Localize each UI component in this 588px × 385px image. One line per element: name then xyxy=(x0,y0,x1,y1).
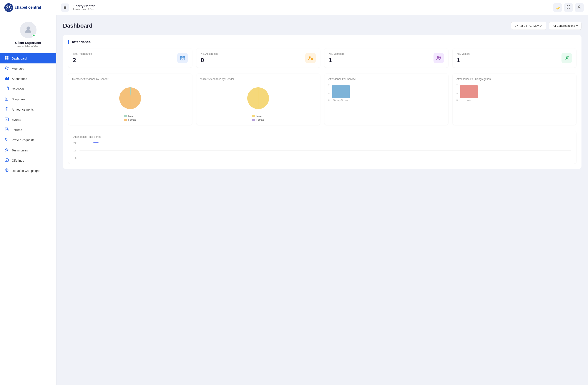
dark-mode-button[interactable]: 🌙 xyxy=(553,3,562,12)
visitor-gender-legend: Male Female xyxy=(252,115,264,121)
congregation-filter-label: All Congregations xyxy=(553,24,575,27)
page-title: Dashboard xyxy=(63,22,93,29)
svg-point-3 xyxy=(578,6,580,7)
testimonies-label: Testimonies xyxy=(12,149,28,152)
stat-visitors: No. Visitors 1 xyxy=(453,48,576,68)
member-female-label: Female xyxy=(128,118,136,121)
svg-point-10 xyxy=(7,67,8,68)
time-series-svg xyxy=(80,142,571,159)
sidebar-item-dashboard[interactable]: Dashboard xyxy=(0,53,56,63)
svg-rect-25 xyxy=(5,159,8,162)
svg-rect-28 xyxy=(180,56,185,60)
offerings-label: Offerings xyxy=(12,159,24,162)
stat-total-attendance-label: Total Attendance xyxy=(73,52,92,55)
congregation-bar-label: Main xyxy=(466,99,471,101)
app-body: Client Superuser Assemblies of God Dashb… xyxy=(0,15,588,385)
member-male-label: Male xyxy=(128,115,133,118)
sidebar-item-members[interactable]: Members xyxy=(0,63,56,74)
svg-rect-8 xyxy=(7,58,8,60)
svg-rect-13 xyxy=(7,78,8,80)
visitor-icon xyxy=(564,55,569,61)
svg-rect-7 xyxy=(5,58,6,60)
visitor-male-label: Male xyxy=(256,115,262,118)
visitor-gender-pie-wrap: Male Female xyxy=(200,84,316,121)
visitor-male-legend: Male xyxy=(252,115,264,118)
person-x-icon xyxy=(308,55,313,61)
testimonies-icon xyxy=(4,148,9,153)
user-profile-button[interactable] xyxy=(575,3,584,12)
org-info: Liberty Center Assemblies of God xyxy=(73,4,95,11)
member-male-legend: Male xyxy=(124,115,136,118)
header-controls: 07 Apr 24 - 07 May 24 All Congregations … xyxy=(511,22,582,30)
moon-icon: 🌙 xyxy=(555,5,560,10)
members-icon-wrap xyxy=(434,53,444,63)
congregation-y-axis: 2 1 0 xyxy=(457,84,459,101)
calendar-check-icon xyxy=(180,55,185,61)
visitor-female-dot xyxy=(252,119,255,121)
time-series-title: Attendance Time Series xyxy=(73,135,571,138)
member-female-legend: Female xyxy=(124,118,136,121)
svg-rect-15 xyxy=(5,87,8,90)
visitor-gender-pie-svg xyxy=(244,84,272,112)
member-gender-pie-wrap: Male Female xyxy=(72,84,188,121)
attendance-label: Attendance xyxy=(12,77,27,81)
sidebar-item-offerings[interactable]: Offerings xyxy=(0,155,56,165)
sidebar-item-attendance[interactable]: Attendance xyxy=(0,74,56,84)
sidebar-item-scriptures[interactable]: Scriptures xyxy=(0,94,56,104)
stats-row: Total Attendance 2 xyxy=(68,48,576,68)
visitor-male-dot xyxy=(252,115,255,117)
sidebar-item-prayer-requests[interactable]: Prayer Requests xyxy=(0,135,56,145)
sidebar-item-testimonies[interactable]: Testimonies xyxy=(0,145,56,155)
congregation-chart-area: 2 1 0 Main xyxy=(457,84,573,101)
calendar-icon xyxy=(4,86,9,91)
congregation-chart-title: Attendance Per Congregation xyxy=(457,78,573,81)
service-chart-area: 2 1 0 Sunday Service xyxy=(328,84,444,101)
member-gender-chart-title: Member Attendance by Gender xyxy=(72,78,188,81)
svg-point-32 xyxy=(309,56,311,58)
svg-point-23 xyxy=(6,107,7,108)
header-actions: 🌙 xyxy=(553,3,584,12)
sidebar-item-forums[interactable]: Forums xyxy=(0,125,56,135)
sidebar-item-events[interactable]: Events xyxy=(0,115,56,125)
ts-y-1: 1.8 xyxy=(73,149,77,152)
svg-point-35 xyxy=(437,56,439,58)
page-header: Dashboard 07 Apr 24 - 07 May 24 All Cong… xyxy=(63,22,582,30)
date-range-button[interactable]: 07 Apr 24 - 07 May 24 xyxy=(511,22,546,30)
main-content: Dashboard 07 Apr 24 - 07 May 24 All Cong… xyxy=(57,15,588,385)
stat-members: No. Members 1 xyxy=(324,48,448,68)
stat-total-attendance-info: Total Attendance 2 xyxy=(73,52,92,64)
visitor-gender-chart-title: Visitor Attendance by Gender xyxy=(200,78,316,81)
hamburger-icon: ☰ xyxy=(63,5,66,10)
congregation-bar xyxy=(460,85,478,98)
donation-icon xyxy=(4,168,9,173)
sidebar-item-calendar[interactable]: Calendar xyxy=(0,84,56,94)
stat-visitors-value: 1 xyxy=(457,57,470,64)
fullscreen-button[interactable] xyxy=(564,3,573,12)
announcements-icon xyxy=(4,107,9,112)
sidebar-item-donation-campaigns[interactable]: Donation Campaigns xyxy=(0,165,56,176)
service-y-axis: 2 1 0 xyxy=(328,84,331,101)
dashboard-label: Dashboard xyxy=(12,57,27,60)
service-bar xyxy=(332,85,350,98)
org-sub: Assemblies of God xyxy=(73,8,95,11)
stat-total-attendance-value: 2 xyxy=(73,57,92,64)
svg-rect-14 xyxy=(8,77,9,80)
visitor-female-label: Female xyxy=(256,118,264,121)
svg-point-0 xyxy=(6,5,11,10)
sidebar-item-announcements[interactable]: Announcements xyxy=(0,104,56,115)
stat-visitors-info: No. Visitors 1 xyxy=(457,52,470,64)
user-name: Client Superuser xyxy=(15,41,41,44)
stat-members-info: No. Members 1 xyxy=(329,52,344,64)
congregation-bar-group: Main xyxy=(460,85,478,101)
stat-absentees: No. Absentees 0 xyxy=(196,48,320,68)
time-series-content: 2.0 1.8 1.6 xyxy=(73,142,571,159)
scriptures-icon xyxy=(4,97,9,102)
hamburger-button[interactable]: ☰ xyxy=(61,3,69,12)
stat-members-value: 1 xyxy=(329,57,344,64)
svg-rect-11 xyxy=(5,78,6,80)
congregation-filter-button[interactable]: All Congregations ▾ xyxy=(549,22,582,30)
svg-point-36 xyxy=(439,57,441,58)
logo-name: chapel central xyxy=(15,5,41,10)
attendance-card: Attendance Total Attendance 2 xyxy=(63,35,582,169)
service-bar-baseline xyxy=(332,98,350,98)
